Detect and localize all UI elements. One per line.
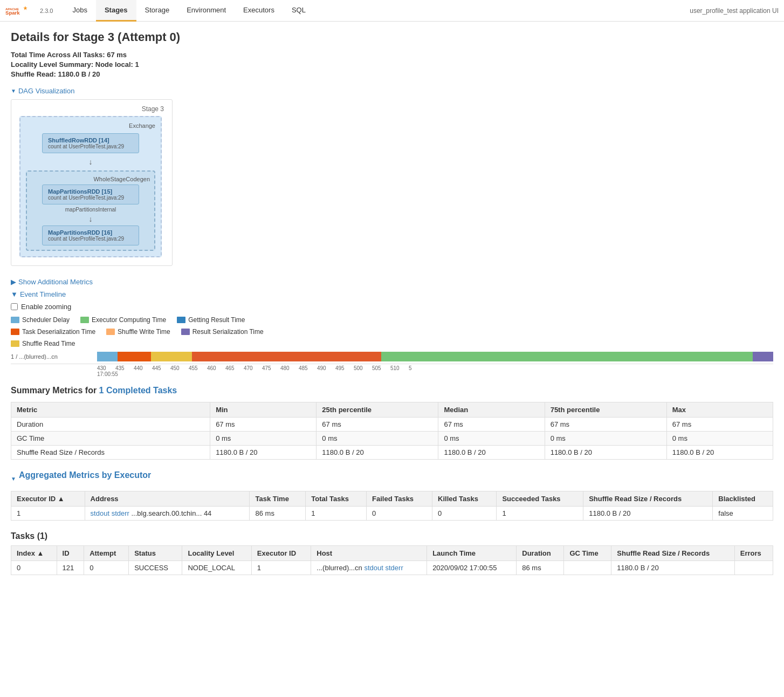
enable-zoom-checkbox[interactable] xyxy=(11,303,18,310)
top-navbar: APACHE Spark 2.3.0 Jobs Stages Storage E… xyxy=(0,0,784,22)
app-label: user_profile_test application UI xyxy=(690,7,779,15)
agg-col-failed: Failed Tasks xyxy=(367,491,432,507)
agg-col-address: Address xyxy=(85,491,250,507)
dag-node2-sub: count at UserProfileTest.java:29 xyxy=(48,195,133,201)
tick-460: 460 xyxy=(207,365,225,371)
task-col-duration: Duration xyxy=(517,546,564,561)
event-timeline-label: Event Timeline xyxy=(20,290,66,298)
legend-row3: Shuffle Read Time xyxy=(11,340,773,347)
timeline-bar xyxy=(97,352,773,361)
task-col-host: Host xyxy=(311,546,427,561)
metric-name: Duration xyxy=(11,418,210,432)
legend-scheduler-label: Scheduler Delay xyxy=(22,316,70,324)
completed-tasks-label: 1 Completed Tasks xyxy=(99,386,177,395)
legend-executor-computing: Executor Computing Time xyxy=(80,316,166,324)
summary-metrics-table: Metric Min 25th percentile Median 75th p… xyxy=(11,402,773,460)
task-col-executor: Executor ID xyxy=(251,546,311,561)
seg-deserialization xyxy=(118,352,152,361)
tick-480: 480 xyxy=(280,365,299,371)
task-stderr-link[interactable]: stderr xyxy=(385,564,403,572)
task-col-attempt: Attempt xyxy=(84,546,129,561)
tasks-title: Tasks (1) xyxy=(11,531,773,541)
stderr-link[interactable]: stderr xyxy=(112,509,129,517)
legend-result-serialization-label: Result Serialization Time xyxy=(192,328,264,336)
dag-down-arrow1: ↓ xyxy=(89,158,93,166)
seg-task-deser2 xyxy=(192,352,381,361)
metric-p25: 1180.0 B / 20 xyxy=(317,446,438,460)
dag-fn-label: mapPartitionsInternal xyxy=(65,207,116,213)
timeline-task-label: 1 / ...(blurred)...cn xyxy=(11,353,97,360)
task-deserialization-color xyxy=(11,329,19,335)
getting-result-color xyxy=(177,317,185,323)
agg-title: Aggregated Metrics by Executor xyxy=(19,470,151,482)
metric-name: GC Time xyxy=(11,432,210,446)
metric-name: Shuffle Read Size / Records xyxy=(11,446,210,460)
task-locality: NODE_LOCAL xyxy=(182,561,251,575)
legend-executor-label: Executor Computing Time xyxy=(92,316,166,324)
task-host: ...(blurred)...cn stdout stderr xyxy=(311,561,427,575)
svg-text:Spark: Spark xyxy=(5,9,20,15)
nav-item-storage[interactable]: Storage xyxy=(136,0,178,22)
tick-450: 450 xyxy=(170,365,189,371)
metric-min: 67 ms xyxy=(210,418,317,432)
address-text: ...blg.search.00.tchin... 44 xyxy=(131,509,211,517)
stdout-link[interactable]: stdout xyxy=(91,509,109,517)
dag-node3-title: MapPartitionsRDD [16] xyxy=(48,229,133,236)
enable-zoom-row: Enable zooming xyxy=(11,303,773,311)
nav-item-stages[interactable]: Stages xyxy=(96,0,136,22)
nav-item-environment[interactable]: Environment xyxy=(178,0,235,22)
tick-475: 475 xyxy=(262,365,280,371)
result-serialization-color xyxy=(181,329,190,335)
metrics-table-header-row: Metric Min 25th percentile Median 75th p… xyxy=(11,402,773,418)
executor-computing-color xyxy=(80,317,89,323)
timeline-container: 1 / ...(blurred)...cn 430 435 440 445 45… xyxy=(11,352,773,377)
tick-470: 470 xyxy=(244,365,262,371)
legend-row: Scheduler Delay Executor Computing Time … xyxy=(11,316,773,324)
tick-445: 445 xyxy=(152,365,170,371)
metric-max: 67 ms xyxy=(666,418,773,432)
legend-shuffle-write: Shuffle Write Time xyxy=(106,328,170,336)
task-host-text: ...(blurred)...cn xyxy=(317,564,362,572)
dag-node1-sub: count at UserProfileTest.java:29 xyxy=(48,144,133,149)
task-id: 121 xyxy=(57,561,84,575)
task-gc-time xyxy=(564,561,611,575)
task-executor-id: 1 xyxy=(251,561,311,575)
additional-metrics-label: Show Additional Metrics xyxy=(18,278,93,286)
legend-shuffle-read-label: Shuffle Read Time xyxy=(22,340,75,347)
dag-toggle[interactable]: ▼ DAG Visualization xyxy=(11,87,773,95)
agg-failed-tasks: 0 xyxy=(367,507,432,521)
timeline-time-label: 17:00:55 xyxy=(11,371,773,377)
task-duration: 86 ms xyxy=(517,561,564,575)
agg-address: stdout stderr ...blg.search.00.tchin... … xyxy=(85,507,250,521)
agg-col-total-tasks: Total Tasks xyxy=(306,491,367,507)
legend-getting-result-label: Getting Result Time xyxy=(188,316,245,324)
dag-outer-box: Exchange ShuffledRowRDD [14] count at Us… xyxy=(19,116,162,257)
nav-item-sql[interactable]: SQL xyxy=(283,0,314,22)
tick-430: 430 xyxy=(97,365,115,371)
dag-node3-sub: count at UserProfileTest.java:29 xyxy=(48,236,133,242)
nav-item-executors[interactable]: Executors xyxy=(235,0,283,22)
metric-median: 1180.0 B / 20 xyxy=(438,446,545,460)
task-col-launch-time: Launch Time xyxy=(427,546,517,561)
nav-items: Jobs Stages Storage Environment Executor… xyxy=(64,0,690,22)
agg-collapse-arrow[interactable]: ▼ xyxy=(11,476,16,482)
task-col-status: Status xyxy=(129,546,182,561)
info-block: Total Time Across All Tasks: 67 ms Local… xyxy=(11,51,773,78)
metric-p75: 0 ms xyxy=(545,432,666,446)
spark-logo: APACHE Spark xyxy=(5,3,38,18)
task-stdout-link[interactable]: stdout xyxy=(364,564,383,572)
page-title: Details for Stage 3 (Attempt 0) xyxy=(11,30,773,44)
tasks-table: Index ▲ ID Attempt Status Locality Level… xyxy=(11,545,773,575)
scheduler-delay-color xyxy=(11,317,19,323)
agg-total-tasks: 1 xyxy=(306,507,367,521)
dag-node3: MapPartitionsRDD [16] count at UserProfi… xyxy=(42,226,139,245)
tick-5: 5 xyxy=(409,365,427,371)
additional-metrics-toggle[interactable]: ▶ Show Additional Metrics xyxy=(11,278,773,286)
legend-scheduler-delay: Scheduler Delay xyxy=(11,316,70,324)
dag-arrow-icon: ▼ xyxy=(11,88,16,94)
summary-metrics-section: Summary Metrics for 1 Completed Tasks Me… xyxy=(11,386,773,460)
event-timeline-toggle[interactable]: ▼ Event Timeline xyxy=(11,290,773,298)
main-content: Details for Stage 3 (Attempt 0) Total Ti… xyxy=(0,22,784,584)
nav-item-jobs[interactable]: Jobs xyxy=(64,0,95,22)
col-max: Max xyxy=(666,402,773,418)
